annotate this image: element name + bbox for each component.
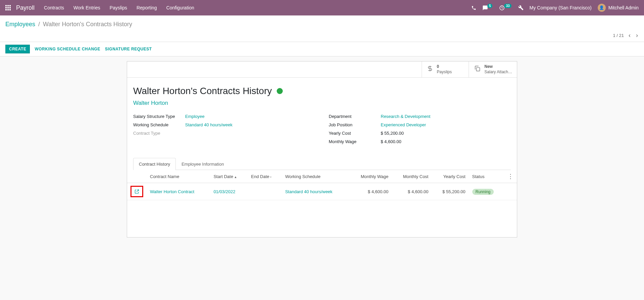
status-badge: Running bbox=[472, 189, 494, 195]
col-yearly-cost[interactable]: Yearly Cost bbox=[432, 170, 469, 183]
breadcrumb-current: Walter Horton's Contracts History bbox=[43, 21, 132, 28]
lbl-working-schedule: Working Schedule bbox=[133, 122, 185, 127]
col-open bbox=[127, 170, 147, 183]
action-bar: CREATE WORKING SCHEDULE CHANGE SIGNATURE… bbox=[0, 42, 644, 56]
lbl-department: Department bbox=[329, 114, 381, 119]
breadcrumb: Employees / Walter Horton's Contracts Hi… bbox=[5, 21, 639, 28]
cell-yearly-cost: $ 55,200.00 bbox=[432, 183, 469, 200]
table-row[interactable]: Walter Horton Contract 01/03/2022 Standa… bbox=[127, 183, 517, 200]
val-monthly-wage: $ 4,600.00 bbox=[381, 139, 401, 144]
val-working-schedule[interactable]: Standard 40 hours/week bbox=[185, 122, 232, 127]
fields-right: Department Research & Development Job Po… bbox=[329, 114, 511, 147]
nav-work-entries[interactable]: Work Entries bbox=[73, 5, 100, 10]
debug-icon[interactable] bbox=[518, 5, 524, 10]
fields: Salary Structure Type Employee Working S… bbox=[133, 114, 511, 147]
app-name[interactable]: Payroll bbox=[16, 4, 35, 11]
messages-badge: 5 bbox=[487, 4, 493, 8]
breadcrumb-sep: / bbox=[38, 21, 40, 28]
fields-left: Salary Structure Type Employee Working S… bbox=[133, 114, 315, 147]
messages-icon[interactable]: 5 bbox=[482, 5, 493, 11]
phone-icon[interactable] bbox=[471, 5, 476, 10]
activities-badge: 33 bbox=[504, 4, 511, 8]
svg-rect-2 bbox=[477, 68, 480, 71]
user-menu[interactable]: 👤 Mitchell Admin bbox=[598, 4, 639, 12]
dollar-icon bbox=[427, 65, 433, 74]
lbl-structure-type: Salary Structure Type bbox=[133, 114, 185, 119]
cell-contract-name[interactable]: Walter Horton Contract bbox=[147, 183, 210, 200]
sheet-wrap: 0 Payslips New Salary Attach… Walter Hor… bbox=[0, 56, 644, 242]
col-end-date[interactable]: End Date bbox=[248, 170, 282, 183]
pager-prev-icon[interactable]: ‹ bbox=[628, 32, 631, 39]
stat-payslips[interactable]: 0 Payslips bbox=[422, 61, 469, 77]
cell-monthly-wage: $ 4,600.00 bbox=[349, 183, 392, 200]
tab-contract-history[interactable]: Contract History bbox=[133, 158, 176, 170]
table-options-icon[interactable]: ⋮ bbox=[507, 173, 514, 180]
stat-attach-label: Salary Attach… bbox=[484, 70, 512, 75]
nav-configuration[interactable]: Configuration bbox=[166, 5, 194, 10]
col-start-date[interactable]: Start Date bbox=[210, 170, 248, 183]
nav-reporting[interactable]: Reporting bbox=[137, 5, 157, 10]
breadcrumb-root[interactable]: Employees bbox=[5, 21, 35, 28]
lbl-monthly-wage: Monthly Wage bbox=[329, 139, 381, 144]
lbl-yearly-cost: Yearly Cost bbox=[329, 131, 381, 136]
sheet-body: Walter Horton's Contracts History Walter… bbox=[127, 78, 517, 147]
val-yearly-cost: $ 55,200.00 bbox=[381, 131, 404, 136]
col-monthly-cost[interactable]: Monthly Cost bbox=[392, 170, 432, 183]
page-title: Walter Horton's Contracts History bbox=[133, 86, 272, 96]
create-button[interactable]: CREATE bbox=[5, 45, 30, 53]
stat-payslips-label: Payslips bbox=[437, 70, 452, 75]
cell-working-schedule[interactable]: Standard 40 hours/week bbox=[282, 183, 349, 200]
nav-menu: Contracts Work Entries Payslips Reportin… bbox=[44, 5, 471, 10]
user-name: Mitchell Admin bbox=[608, 5, 639, 10]
table-area: Contract Name Start Date End Date Workin… bbox=[127, 170, 517, 237]
open-record-icon[interactable] bbox=[130, 186, 143, 197]
pager-text: 1 / 21 bbox=[613, 33, 624, 38]
col-contract-name[interactable]: Contract Name bbox=[147, 170, 210, 183]
apps-icon[interactable] bbox=[5, 5, 11, 10]
title-row: Walter Horton's Contracts History bbox=[133, 86, 511, 96]
lbl-job-position: Job Position bbox=[329, 122, 381, 127]
working-schedule-change-button[interactable]: WORKING SCHEDULE CHANGE bbox=[35, 47, 100, 51]
nav-contracts[interactable]: Contracts bbox=[44, 5, 64, 10]
employee-link[interactable]: Walter Horton bbox=[133, 100, 511, 106]
lbl-contract-type: Contract Type bbox=[133, 131, 185, 136]
col-monthly-wage[interactable]: Monthly Wage bbox=[349, 170, 392, 183]
avatar: 👤 bbox=[598, 4, 606, 12]
pager-next-icon[interactable]: › bbox=[635, 32, 639, 39]
copy-icon bbox=[474, 65, 481, 74]
top-nav: Payroll Contracts Work Entries Payslips … bbox=[0, 0, 644, 15]
tabs: Contract History Employee Information bbox=[133, 158, 511, 170]
contract-table: Contract Name Start Date End Date Workin… bbox=[127, 170, 517, 200]
stat-payslips-count: 0 bbox=[437, 64, 452, 70]
col-status[interactable]: Status bbox=[469, 170, 504, 183]
col-working-schedule[interactable]: Working Schedule bbox=[282, 170, 349, 183]
status-dot-icon bbox=[277, 88, 283, 94]
breadcrumb-row: Employees / Walter Horton's Contracts Hi… bbox=[0, 15, 644, 31]
stat-attach-new: New bbox=[484, 64, 512, 70]
stat-salary-attach[interactable]: New Salary Attach… bbox=[469, 61, 517, 77]
cell-monthly-cost: $ 4,600.00 bbox=[392, 183, 432, 200]
pager-row: 1 / 21 ‹ › bbox=[0, 31, 644, 42]
form-sheet: 0 Payslips New Salary Attach… Walter Hor… bbox=[127, 61, 517, 238]
nav-payslips[interactable]: Payslips bbox=[110, 5, 127, 10]
activities-icon[interactable]: 33 bbox=[499, 5, 512, 11]
val-department[interactable]: Research & Development bbox=[381, 114, 430, 119]
signature-request-button[interactable]: SIGNATURE REQUEST bbox=[105, 47, 152, 51]
stat-bar: 0 Payslips New Salary Attach… bbox=[127, 61, 517, 78]
cell-end-date bbox=[248, 183, 282, 200]
company-selector[interactable]: My Company (San Francisco) bbox=[530, 5, 592, 10]
val-job-position[interactable]: Experienced Developer bbox=[381, 122, 426, 127]
val-structure-type[interactable]: Employee bbox=[185, 114, 205, 119]
tab-employee-information[interactable]: Employee Information bbox=[176, 158, 229, 170]
nav-right: 5 33 My Company (San Francisco) 👤 Mitche… bbox=[471, 4, 639, 12]
cell-start-date: 01/03/2022 bbox=[210, 183, 248, 200]
